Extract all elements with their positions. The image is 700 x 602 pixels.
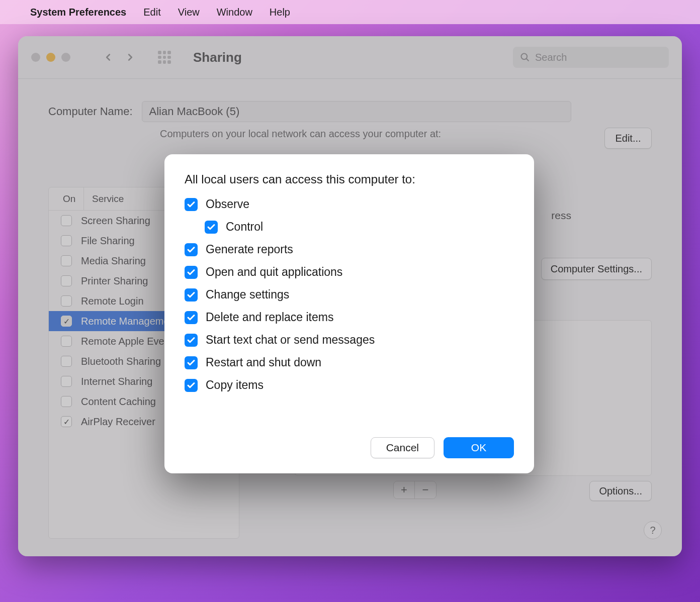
access-option-checkbox[interactable]	[185, 356, 198, 369]
access-option-row[interactable]: Observe	[185, 197, 514, 211]
access-option-label: Change settings	[206, 288, 289, 302]
cancel-button[interactable]: Cancel	[371, 437, 434, 458]
access-option-label: Start text chat or send messages	[206, 333, 375, 347]
access-option-checkbox[interactable]	[185, 334, 198, 347]
menubar: System Preferences Edit View Window Help	[0, 0, 700, 24]
access-option-label: Open and quit applications	[206, 265, 342, 279]
access-option-checkbox[interactable]	[185, 288, 198, 302]
ok-button[interactable]: OK	[444, 437, 514, 458]
dialog-title: All local users can access this computer…	[185, 172, 514, 186]
access-option-checkbox[interactable]	[185, 243, 198, 256]
access-option-label: Control	[226, 220, 263, 234]
access-option-checkbox[interactable]	[185, 379, 198, 392]
access-option-row[interactable]: Open and quit applications	[185, 265, 514, 279]
access-option-checkbox[interactable]	[185, 198, 198, 211]
access-option-row[interactable]: Change settings	[185, 288, 514, 302]
access-option-label: Generate reports	[206, 243, 293, 256]
access-option-label: Copy items	[206, 378, 264, 392]
access-options-dialog: All local users can access this computer…	[164, 154, 534, 473]
menu-view[interactable]: View	[178, 7, 200, 18]
access-option-checkbox[interactable]	[185, 266, 198, 279]
access-option-label: Delete and replace items	[206, 311, 333, 324]
menu-help[interactable]: Help	[270, 7, 290, 18]
access-option-row[interactable]: Start text chat or send messages	[185, 333, 514, 347]
access-option-row[interactable]: Delete and replace items	[185, 311, 514, 324]
app-name[interactable]: System Preferences	[30, 7, 126, 18]
access-option-checkbox[interactable]	[185, 311, 198, 324]
menu-window[interactable]: Window	[217, 7, 252, 18]
access-option-label: Restart and shut down	[206, 356, 321, 369]
access-option-row[interactable]: Copy items	[185, 378, 514, 392]
access-option-row[interactable]: Control	[205, 220, 514, 234]
access-option-label: Observe	[206, 197, 249, 211]
access-option-checkbox[interactable]	[205, 221, 218, 234]
access-option-row[interactable]: Generate reports	[185, 243, 514, 256]
menu-edit[interactable]: Edit	[143, 7, 160, 18]
access-option-row[interactable]: Restart and shut down	[185, 356, 514, 369]
